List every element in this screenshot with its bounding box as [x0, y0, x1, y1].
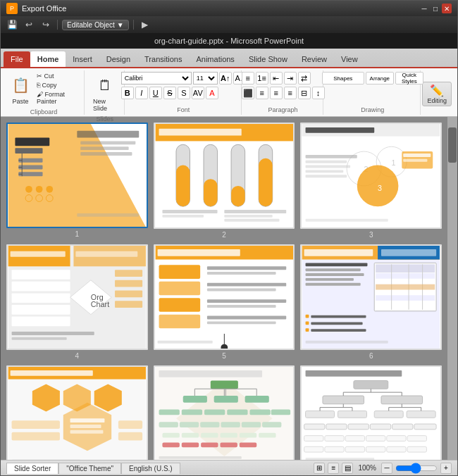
- status-right: ⊞ ≡ ▤ 100% ─ +: [314, 463, 452, 474]
- svg-rect-209: [304, 446, 323, 452]
- svg-point-13: [36, 186, 43, 193]
- ribbon-content: 📋 Paste ✂ Cut ⎘ Copy 🖌 Format Painter Cl…: [1, 67, 457, 116]
- increase-indent-button[interactable]: ⇥: [284, 72, 297, 84]
- svg-rect-82: [159, 314, 200, 328]
- bullets-button[interactable]: ≡: [242, 72, 254, 84]
- ribbon-group-drawing: Shapes Arrange Quick Styles Drawing: [325, 70, 421, 115]
- app-icon: P: [6, 3, 18, 14]
- svg-rect-71: [115, 280, 142, 287]
- svg-rect-205: [346, 436, 365, 441]
- font-grow-button[interactable]: A↑: [219, 72, 232, 84]
- font-family-select[interactable]: Calibri: [121, 72, 192, 84]
- align-right-button[interactable]: ≡: [270, 87, 283, 99]
- svg-rect-33: [259, 158, 273, 206]
- svg-rect-214: [407, 446, 426, 452]
- undo-button[interactable]: ↩: [22, 18, 36, 32]
- slide-thumb-9[interactable]: [300, 365, 442, 460]
- font-color-button[interactable]: A: [206, 87, 218, 99]
- editing-badge[interactable]: ✏️ Editing: [422, 82, 452, 106]
- tab-insert[interactable]: Insert: [66, 51, 99, 67]
- forward-button[interactable]: ▶: [138, 18, 152, 32]
- slide-thumb-4[interactable]: Org Chart: [6, 244, 148, 350]
- redo-button[interactable]: ↪: [39, 18, 53, 32]
- svg-rect-151: [159, 410, 179, 415]
- new-slide-button[interactable]: 🗒 New Slide: [90, 72, 120, 114]
- strikethrough-button[interactable]: S: [163, 87, 176, 99]
- shadow-button[interactable]: S: [178, 87, 190, 99]
- close-button[interactable]: ✕: [442, 4, 452, 13]
- copy-button[interactable]: ⎘ Copy: [35, 81, 80, 89]
- tab-file[interactable]: File: [4, 51, 30, 67]
- clipboard-buttons: 📋 Paste ✂ Cut ⎘ Copy 🖌 Format Painter: [8, 72, 80, 107]
- tab-transitions[interactable]: Transitions: [137, 51, 189, 67]
- justify-button[interactable]: ≡: [284, 87, 297, 99]
- italic-button[interactable]: I: [135, 87, 148, 99]
- tab-view[interactable]: View: [334, 51, 365, 67]
- slide-thumb-1[interactable]: [6, 123, 148, 228]
- slide-thumb-2[interactable]: [154, 123, 295, 229]
- zoom-out-button[interactable]: ─: [381, 463, 392, 474]
- svg-rect-60: [11, 251, 66, 256]
- cut-button[interactable]: ✂ Cut: [35, 72, 80, 80]
- tab-review[interactable]: Review: [295, 51, 334, 67]
- svg-rect-61: [75, 251, 137, 256]
- slide-thumb-5[interactable]: [154, 244, 295, 351]
- svg-rect-54: [306, 170, 344, 173]
- save-button[interactable]: 💾: [5, 18, 19, 32]
- filename-bar: org-chart-guide.pptx - Microsoft PowerPo…: [1, 33, 457, 49]
- svg-rect-201: [392, 424, 413, 430]
- numbering-button[interactable]: 1≡: [256, 72, 268, 84]
- align-center-button[interactable]: ≡: [256, 87, 268, 99]
- toolbar-separator-2: [133, 20, 134, 30]
- svg-rect-204: [325, 436, 344, 441]
- format-painter-button[interactable]: 🖌 Format Painter: [35, 90, 80, 106]
- editable-object-button[interactable]: Editable Object ▼: [62, 20, 129, 30]
- svg-rect-122: [306, 340, 388, 343]
- rtl-button[interactable]: ⇄: [298, 72, 311, 84]
- status-tab-language[interactable]: English (U.S.): [121, 463, 180, 474]
- status-tab-slide-sorter[interactable]: Slide Sorter: [6, 463, 58, 474]
- align-left-button[interactable]: ⬛: [242, 87, 254, 99]
- columns-button[interactable]: ⊟: [298, 87, 311, 99]
- maximize-button[interactable]: □: [431, 4, 440, 13]
- tab-design[interactable]: Design: [99, 51, 137, 67]
- svg-rect-34: [162, 210, 217, 213]
- svg-rect-165: [201, 433, 218, 438]
- decrease-indent-button[interactable]: ⇤: [270, 72, 283, 84]
- slide-thumb-3[interactable]: 2 1 3: [300, 123, 442, 229]
- svg-rect-177: [306, 370, 402, 377]
- svg-rect-187: [375, 411, 404, 418]
- view-normal-button[interactable]: ⊞: [314, 463, 325, 474]
- zoom-slider[interactable]: [395, 465, 438, 472]
- svg-rect-117: [311, 315, 366, 318]
- svg-rect-111: [376, 301, 435, 306]
- quick-styles-button[interactable]: Quick Styles: [395, 72, 423, 84]
- slide-thumb-8[interactable]: [154, 365, 295, 460]
- zoom-in-button[interactable]: +: [440, 463, 452, 474]
- font-controls: Calibri 11 A↑ A↓ B I U S S AV: [121, 72, 246, 105]
- slide-thumb-6[interactable]: [300, 244, 442, 351]
- paste-button[interactable]: 📋 Paste: [8, 72, 33, 107]
- svg-rect-89: [207, 315, 286, 319]
- svg-rect-178: [354, 381, 388, 389]
- shapes-button[interactable]: Shapes: [322, 72, 364, 84]
- tab-animations[interactable]: Animations: [189, 51, 241, 67]
- view-slide-sorter-button[interactable]: ≡: [328, 463, 339, 474]
- font-size-select[interactable]: 11: [193, 72, 218, 84]
- underline-button[interactable]: U: [149, 87, 162, 99]
- status-tab-theme[interactable]: "Office Theme": [58, 463, 121, 474]
- view-reading-button[interactable]: ▤: [342, 463, 353, 474]
- vertical-scrollbar[interactable]: [447, 117, 457, 460]
- tab-home[interactable]: Home: [30, 51, 66, 67]
- svg-rect-131: [70, 425, 101, 428]
- minimize-button[interactable]: ─: [419, 4, 429, 13]
- help-button[interactable]: ?: [440, 53, 454, 67]
- char-spacing-button[interactable]: AV: [192, 87, 204, 99]
- slide-thumb-7[interactable]: [6, 365, 148, 460]
- scrollbar-thumb[interactable]: [448, 127, 457, 163]
- bold-button[interactable]: B: [121, 87, 134, 99]
- arrange-button[interactable]: Arrange: [366, 72, 394, 84]
- svg-rect-73: [115, 301, 142, 308]
- tab-slideshow[interactable]: Slide Show: [242, 51, 295, 67]
- svg-rect-158: [180, 422, 199, 427]
